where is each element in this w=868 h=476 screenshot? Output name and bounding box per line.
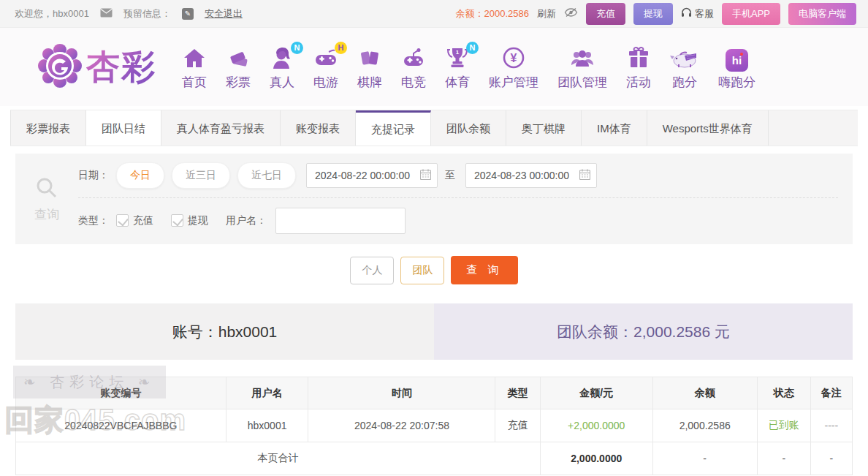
footer-remark: - bbox=[810, 442, 852, 475]
query-button[interactable]: 查 询 bbox=[451, 256, 517, 284]
col-type: 类型 bbox=[495, 377, 540, 409]
records-table: 账变编号 用户名 时间 类型 金额/元 余额 状态 备注 20240822VBC… bbox=[15, 377, 853, 475]
coin-yuan-icon: ¥ bbox=[502, 46, 525, 72]
svg-text:1: 1 bbox=[456, 49, 460, 56]
date-from-input[interactable] bbox=[315, 170, 416, 181]
tab-team-daily[interactable]: 团队日结 bbox=[86, 110, 161, 146]
filter-side: 查询 bbox=[15, 154, 78, 244]
tab-account-changes[interactable]: 账变报表 bbox=[281, 110, 356, 146]
customer-service-link[interactable]: 客服 bbox=[681, 7, 714, 20]
live-dealer-icon bbox=[271, 46, 293, 72]
preset-3days[interactable]: 近三日 bbox=[172, 162, 230, 189]
footer-status: - bbox=[757, 442, 810, 475]
site-logo[interactable]: 杏彩 bbox=[38, 44, 156, 90]
cell-amount: +2,000.0000 bbox=[540, 409, 652, 442]
type-label: 类型： bbox=[78, 214, 109, 227]
logo-flower-icon bbox=[38, 44, 82, 90]
tab-lottery-report[interactable]: 彩票报表 bbox=[10, 110, 86, 146]
eye-off-icon[interactable] bbox=[564, 7, 578, 20]
tab-deposit-withdraw-records[interactable]: 充提记录 bbox=[356, 110, 431, 146]
recharge-button[interactable]: 充值 bbox=[586, 3, 625, 25]
tab-wesports[interactable]: Wesports世界体育 bbox=[647, 110, 769, 146]
badge-n: N bbox=[291, 42, 303, 54]
nav-item-esports[interactable]: 电竞 bbox=[392, 44, 435, 91]
customer-service-label: 客服 bbox=[695, 7, 714, 20]
checkbox-withdraw[interactable] bbox=[171, 214, 183, 227]
summary-bar: 账号：hbx0001 团队余额：2,000.2586 元 bbox=[15, 303, 853, 360]
home-icon bbox=[183, 48, 206, 72]
username-input[interactable] bbox=[275, 208, 406, 234]
preset-today[interactable]: 今日 bbox=[116, 162, 164, 189]
nav-item-account[interactable]: ¥ 账户管理 bbox=[479, 44, 548, 91]
table-footer-row: 本页合计 2,000.0000 - - - bbox=[16, 442, 853, 475]
gift-icon bbox=[627, 46, 650, 72]
calendar-icon[interactable] bbox=[579, 169, 590, 182]
col-status: 状态 bbox=[757, 377, 810, 409]
date-to-label: 至 bbox=[445, 169, 455, 182]
col-amount: 金额/元 bbox=[540, 377, 652, 409]
col-remark: 备注 bbox=[810, 377, 852, 409]
personal-button[interactable]: 个人 bbox=[350, 257, 394, 284]
col-change-id: 账变编号 bbox=[16, 377, 226, 409]
preset-7days[interactable]: 近七日 bbox=[237, 162, 296, 189]
calendar-icon[interactable] bbox=[420, 169, 431, 182]
nav-item-promos[interactable]: 活动 bbox=[617, 44, 660, 91]
tab-aoding-cards[interactable]: 奥丁棋牌 bbox=[506, 110, 582, 146]
col-balance: 余额 bbox=[652, 377, 757, 409]
col-time: 时间 bbox=[308, 377, 495, 409]
cell-time: 2024-08-22 20:07:58 bbox=[308, 409, 495, 442]
search-filter-panel: 查询 日期： 今日 近三日 近七日 至 类型： 充值 bbox=[15, 154, 853, 244]
tab-team-balance[interactable]: 团队余额 bbox=[431, 110, 506, 146]
cards-icon bbox=[359, 48, 381, 72]
mobile-app-button[interactable]: 手机APP bbox=[722, 3, 780, 25]
username-label: 用户名： bbox=[226, 214, 267, 227]
hi-app-icon: hi bbox=[726, 49, 748, 72]
checkbox-recharge[interactable] bbox=[116, 214, 129, 227]
svg-text:¥: ¥ bbox=[511, 52, 517, 64]
badge-n: N bbox=[466, 42, 479, 54]
tab-im-sports[interactable]: IM体育 bbox=[582, 110, 647, 146]
team-button[interactable]: 团队 bbox=[400, 257, 444, 284]
nav-item-sports[interactable]: 1 N 体育 bbox=[435, 44, 479, 91]
headset-icon bbox=[681, 7, 692, 20]
cell-change-id: 20240822VBCFAJBBBG bbox=[16, 409, 226, 442]
date-label: 日期： bbox=[78, 169, 109, 182]
footer-amount: 2,000.0000 bbox=[540, 442, 652, 475]
team-balance-summary: 团队余额：2,000.2586 元 bbox=[434, 303, 853, 360]
nav-item-home[interactable]: 首页 bbox=[172, 44, 216, 91]
table-header-row: 账变编号 用户名 时间 类型 金额/元 余额 状态 备注 bbox=[16, 377, 853, 409]
nav-item-paofen[interactable]: 跑分 bbox=[660, 44, 709, 91]
cell-status: 已到账 bbox=[757, 409, 810, 442]
nav-item-cards[interactable]: 棋牌 bbox=[348, 44, 392, 91]
topbar: 欢迎您，hbx0001 预留信息： ✎ 安全退出 余额：2000.2586 刷新… bbox=[0, 0, 868, 28]
withdraw-button[interactable]: 提现 bbox=[633, 3, 673, 25]
date-to-input[interactable] bbox=[474, 170, 576, 181]
refresh-link[interactable]: 刷新 bbox=[537, 7, 556, 20]
welcome-text: 欢迎您，hbx0001 bbox=[15, 7, 89, 20]
nav-item-lottery[interactable]: 彩票 bbox=[216, 44, 260, 91]
nav-item-live[interactable]: N 真人 bbox=[260, 44, 304, 91]
date-to-field[interactable] bbox=[465, 163, 597, 188]
nav-item-team[interactable]: 团队管理 bbox=[548, 44, 617, 91]
tab-live-sports-pnl[interactable]: 真人体育盈亏报表 bbox=[161, 110, 281, 146]
date-from-field[interactable] bbox=[306, 163, 438, 188]
envelope-icon[interactable] bbox=[100, 8, 113, 20]
checkbox-recharge-label: 充值 bbox=[133, 214, 153, 227]
account-summary: 账号：hbx0001 bbox=[15, 303, 434, 360]
nav-item-slots[interactable]: H 电游 bbox=[304, 44, 348, 91]
table-row: 20240822VBCFAJBBBG hbx0001 2024-08-22 20… bbox=[16, 409, 853, 442]
pc-client-button[interactable]: 电脑客户端 bbox=[788, 3, 856, 25]
checkbox-withdraw-label: 提现 bbox=[188, 214, 208, 227]
nav-item-hi-paofen[interactable]: hi 嗨跑分 bbox=[709, 44, 765, 91]
reserved-info-label: 预留信息： bbox=[123, 7, 171, 20]
team-people-icon bbox=[570, 48, 595, 72]
logo-text: 杏彩 bbox=[86, 45, 156, 90]
footer-balance: - bbox=[652, 442, 757, 475]
edit-reserved-icon[interactable]: ✎ bbox=[182, 8, 194, 20]
esports-gamepad-icon bbox=[402, 48, 425, 72]
cell-balance: 2,000.2586 bbox=[652, 409, 757, 442]
trophy-icon: 1 bbox=[446, 46, 469, 72]
logout-link[interactable]: 安全退出 bbox=[205, 7, 243, 20]
filter-actions: 个人 团队 查 询 bbox=[0, 256, 868, 284]
search-icon bbox=[34, 175, 59, 203]
